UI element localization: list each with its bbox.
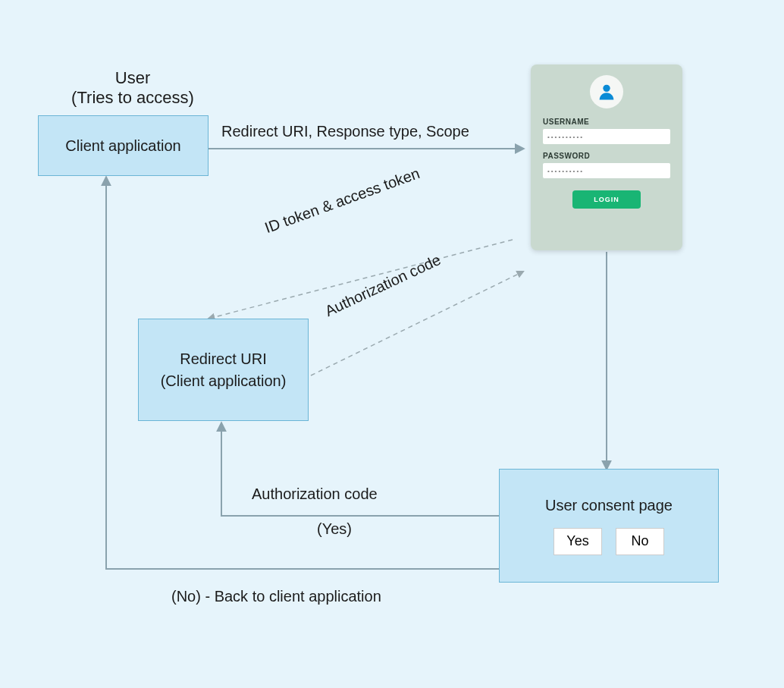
consent-yes-button[interactable]: Yes bbox=[554, 528, 602, 555]
username-label: USERNAME bbox=[543, 118, 589, 126]
flow-redirect-request: Redirect URI, Response type, Scope bbox=[221, 123, 469, 140]
svg-line-2 bbox=[311, 272, 523, 375]
redirect-uri-line2: (Client application) bbox=[161, 372, 287, 390]
consent-title: User consent page bbox=[545, 497, 673, 514]
consent-no-button[interactable]: No bbox=[616, 528, 664, 555]
client-application-label: Client application bbox=[65, 137, 180, 155]
password-input[interactable] bbox=[543, 163, 670, 178]
password-label: PASSWORD bbox=[543, 152, 590, 160]
consent-page-box: User consent page Yes No bbox=[499, 469, 719, 583]
username-input[interactable] bbox=[543, 129, 670, 144]
svg-point-4 bbox=[603, 85, 610, 92]
login-button[interactable]: LOGIN bbox=[572, 190, 641, 209]
client-application-box: Client application bbox=[38, 115, 209, 176]
flow-id-token: ID token & access token bbox=[262, 165, 422, 237]
avatar-icon bbox=[590, 75, 623, 108]
flow-yes-sub: (Yes) bbox=[317, 520, 352, 538]
login-form: USERNAME PASSWORD LOGIN bbox=[531, 64, 682, 250]
flow-auth-code-yes: Authorization code bbox=[252, 485, 378, 503]
flow-auth-code-up: Authorization code bbox=[322, 251, 444, 320]
user-label: User (Tries to access) bbox=[53, 68, 212, 108]
redirect-uri-line1: Redirect URI bbox=[180, 350, 266, 368]
user-label-line2: (Tries to access) bbox=[53, 88, 212, 108]
flow-no-back: (No) - Back to client application bbox=[171, 588, 381, 605]
svg-line-3 bbox=[209, 240, 513, 319]
user-label-line1: User bbox=[53, 68, 212, 88]
redirect-uri-box: Redirect URI (Client application) bbox=[138, 319, 309, 421]
